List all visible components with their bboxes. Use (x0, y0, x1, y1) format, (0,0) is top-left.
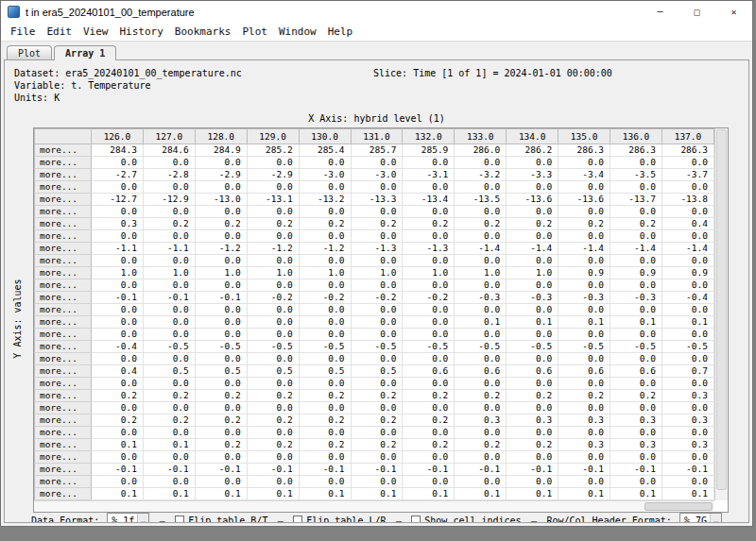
table-cell[interactable]: 0.0 (195, 353, 247, 365)
table-cell[interactable]: 1.0 (143, 267, 195, 279)
table-cell[interactable]: 0.2 (143, 218, 195, 230)
row-header-more[interactable]: more... (35, 267, 92, 279)
table-cell[interactable]: 0.0 (455, 181, 507, 194)
table-cell[interactable]: -2.7 (92, 169, 144, 181)
row-header-more[interactable]: more... (35, 279, 92, 292)
row-header-more[interactable]: more... (35, 157, 92, 169)
table-cell[interactable]: -3.0 (351, 169, 403, 181)
menu-item-plot[interactable]: Plot (236, 25, 273, 38)
table-cell[interactable]: 0.0 (558, 402, 610, 414)
table-cell[interactable]: 0.0 (610, 206, 662, 218)
table-cell[interactable]: 0.0 (299, 230, 351, 243)
table-cell[interactable]: 0.0 (247, 329, 299, 341)
table-cell[interactable]: 0.0 (143, 206, 195, 218)
table-cell[interactable]: 0.0 (662, 427, 713, 439)
table-cell[interactable]: 1.0 (403, 267, 455, 279)
table-cell[interactable]: -1.3 (403, 243, 455, 255)
row-header-more[interactable]: more... (35, 218, 92, 230)
table-cell[interactable]: 0.0 (455, 476, 507, 488)
table-cell[interactable]: 0.2 (247, 414, 299, 427)
table-cell[interactable]: 0.0 (507, 255, 558, 267)
table-cell[interactable]: 0.0 (351, 181, 403, 194)
table-cell[interactable]: 0.0 (92, 181, 144, 194)
table-cell[interactable]: 1.0 (195, 267, 247, 279)
table-cell[interactable]: 0.0 (610, 476, 662, 488)
vertical-scrollbar-thumb[interactable] (716, 129, 727, 490)
table-cell[interactable]: 0.0 (403, 181, 455, 194)
table-cell[interactable]: -0.1 (247, 464, 299, 476)
table-cell[interactable]: 286.3 (558, 144, 610, 157)
table-cell[interactable]: 0.0 (247, 353, 299, 365)
table-cell[interactable]: 0.0 (143, 230, 195, 243)
table-cell[interactable]: 0.2 (92, 414, 144, 427)
table-cell[interactable]: -0.5 (247, 341, 299, 353)
table-cell[interactable]: 0.0 (351, 316, 403, 329)
table-cell[interactable]: -0.3 (610, 292, 662, 304)
table-cell[interactable]: 0.0 (299, 427, 351, 439)
table-cell[interactable]: 0.0 (558, 255, 610, 267)
table-cell[interactable]: 0.0 (351, 402, 403, 414)
table-cell[interactable]: 0.0 (455, 427, 507, 439)
table-cell[interactable]: 0.0 (195, 157, 247, 169)
table-cell[interactable]: -1.1 (92, 243, 144, 255)
table-cell[interactable]: 0.1 (92, 439, 144, 451)
row-header-more[interactable]: more... (35, 476, 92, 488)
table-cell[interactable]: 0.6 (455, 365, 507, 378)
table-cell[interactable]: 0.0 (92, 279, 144, 292)
table-cell[interactable]: 0.0 (610, 181, 662, 194)
table-cell[interactable]: 0.2 (299, 439, 351, 451)
table-cell[interactable]: 0.0 (195, 402, 247, 414)
table-cell[interactable]: 0.2 (195, 390, 247, 402)
table-cell[interactable]: 0.0 (195, 255, 247, 267)
table-cell[interactable]: 0.0 (195, 181, 247, 194)
table-cell[interactable]: -0.1 (92, 464, 144, 476)
table-cell[interactable]: 0.2 (403, 414, 455, 427)
table-cell[interactable]: 0.0 (610, 230, 662, 243)
table-cell[interactable]: 0.1 (247, 488, 299, 500)
table-cell[interactable]: 0.0 (455, 353, 507, 365)
menu-item-file[interactable]: File (5, 25, 42, 38)
table-cell[interactable]: 0.0 (610, 279, 662, 292)
table-cell[interactable]: 0.2 (195, 414, 247, 427)
table-cell[interactable]: 0.0 (507, 402, 558, 414)
table-cell[interactable]: 0.0 (662, 230, 713, 243)
table-cell[interactable]: 0.0 (143, 378, 195, 390)
row-header-more[interactable]: more... (35, 255, 92, 267)
table-cell[interactable]: 0.1 (507, 488, 558, 500)
table-cell[interactable]: 0.0 (610, 157, 662, 169)
table-cell[interactable]: 0.0 (351, 353, 403, 365)
table-cell[interactable]: 0.0 (247, 427, 299, 439)
table-cell[interactable]: 0.0 (299, 181, 351, 194)
table-cell[interactable]: 0.1 (610, 316, 662, 329)
tab-array1[interactable]: Array 1 (54, 45, 116, 60)
row-header-more[interactable]: more... (35, 378, 92, 390)
table-cell[interactable]: 0.0 (92, 255, 144, 267)
table-cell[interactable]: 0.0 (558, 451, 610, 464)
table-cell[interactable]: 0.0 (195, 279, 247, 292)
table-cell[interactable]: 286.0 (455, 144, 507, 157)
horizontal-scrollbar-thumb[interactable] (644, 502, 713, 511)
table-cell[interactable]: 0.0 (143, 329, 195, 341)
table-cell[interactable]: 0.2 (351, 439, 403, 451)
table-cell[interactable]: 0.9 (558, 267, 610, 279)
row-header-more[interactable]: more... (35, 144, 92, 157)
table-cell[interactable]: 0.2 (351, 390, 403, 402)
table-cell[interactable]: 0.1 (351, 488, 403, 500)
table-cell[interactable]: 0.0 (299, 304, 351, 316)
table-cell[interactable]: 0.2 (610, 218, 662, 230)
table-cell[interactable]: 0.4 (92, 365, 144, 378)
table-cell[interactable]: -0.1 (195, 464, 247, 476)
table-cell[interactable]: 0.0 (455, 451, 507, 464)
table-cell[interactable]: 0.6 (403, 365, 455, 378)
table-cell[interactable]: 0.0 (143, 353, 195, 365)
table-cell[interactable]: 0.0 (247, 206, 299, 218)
table-cell[interactable]: 0.2 (195, 439, 247, 451)
table-cell[interactable]: 0.0 (455, 402, 507, 414)
row-header-more[interactable]: more... (35, 464, 92, 476)
table-cell[interactable]: 0.1 (662, 316, 713, 329)
table-cell[interactable]: -0.5 (299, 341, 351, 353)
table-cell[interactable]: 0.0 (507, 279, 558, 292)
table-cell[interactable]: 285.4 (299, 144, 351, 157)
table-cell[interactable]: -0.2 (247, 292, 299, 304)
table-cell[interactable]: 0.0 (455, 255, 507, 267)
